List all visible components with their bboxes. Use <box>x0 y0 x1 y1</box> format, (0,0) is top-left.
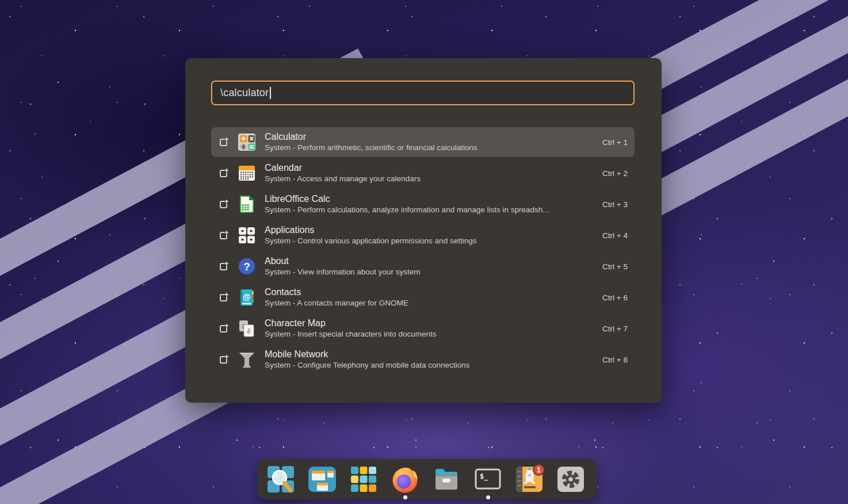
svg-text:ê: ê <box>247 327 251 335</box>
search-query-text: \calculator <box>220 87 269 99</box>
results-list: Calculator System - Perform arithmetic, … <box>211 127 635 376</box>
result-text: Mobile Network System - Configure Teleph… <box>265 349 595 371</box>
dock-app-finder-icon[interactable] <box>265 463 297 495</box>
result-subtitle: System - Perform calculations, analyze i… <box>265 205 595 215</box>
result-text: Applications System - Control various ap… <box>265 224 595 246</box>
result-row[interactable]: Calculator System - Perform arithmetic, … <box>211 127 635 157</box>
result-text: LibreOffice Calc System - Perform calcul… <box>265 193 595 215</box>
result-subtitle: System - A contacts manager for GNOME <box>265 298 595 308</box>
result-shortcut: Ctrl + 2 <box>602 169 628 178</box>
open-in-new-icon <box>219 231 228 240</box>
open-in-new-icon <box>219 262 228 272</box>
dock-window-overview-icon[interactable] <box>306 463 338 495</box>
result-text: Calculator System - Perform arithmetic, … <box>265 131 595 153</box>
dock-software-updater-icon[interactable]: 1 <box>513 463 545 495</box>
result-row[interactable]: Mobile Network System - Configure Teleph… <box>211 345 635 375</box>
result-title: Calendar <box>265 162 595 174</box>
open-in-new-icon <box>219 200 228 209</box>
dock-files-icon[interactable] <box>430 463 463 495</box>
result-shortcut: Ctrl + 8 <box>602 356 628 364</box>
dock-firefox-icon[interactable] <box>389 463 421 495</box>
result-text: Contacts System - A contacts manager for… <box>265 287 595 308</box>
result-row[interactable]: Calendar System - Access and manage your… <box>211 158 635 188</box>
dock-app-grid-icon[interactable] <box>347 463 380 495</box>
result-text: About System - View information about yo… <box>265 255 595 277</box>
contacts-icon: @ <box>237 288 257 307</box>
dock-terminal-icon[interactable]: $_ <box>472 463 504 495</box>
result-row[interactable]: LibreOffice Calc System - Perform calcul… <box>211 189 635 219</box>
result-text: Character Map System - Insert special ch… <box>265 318 595 339</box>
launcher-window: \calculator Calculator System - Perform … <box>185 58 662 403</box>
svg-text:@: @ <box>243 292 251 301</box>
result-shortcut: Ctrl + 3 <box>602 200 628 209</box>
mobile-network-icon <box>237 350 257 369</box>
running-indicator-dot <box>486 495 490 499</box>
calendar-icon <box>237 163 257 183</box>
open-in-new-icon <box>219 169 228 178</box>
result-shortcut: Ctrl + 7 <box>602 324 628 333</box>
applications-icon <box>237 226 257 245</box>
result-subtitle: System - Perform arithmetic, scientific … <box>265 143 595 153</box>
svg-text:?: ? <box>243 261 250 273</box>
result-title: About <box>265 255 595 267</box>
result-row[interactable]: ä ê Character Map System - Insert specia… <box>211 314 635 343</box>
result-subtitle: System - Configure Telephony and mobile … <box>265 360 595 371</box>
result-subtitle: System - Control various application per… <box>265 236 595 246</box>
open-in-new-icon <box>219 138 228 147</box>
notification-badge: 1 <box>537 466 541 474</box>
dock: $_ 1 <box>257 459 597 499</box>
character-map-icon: ä ê <box>237 319 257 338</box>
svg-text:$_: $_ <box>480 472 488 481</box>
running-indicator-dot <box>403 495 407 499</box>
open-in-new-icon <box>219 355 228 365</box>
result-subtitle: System - Insert special characters into … <box>265 329 595 339</box>
result-title: Mobile Network <box>265 349 595 360</box>
about-icon: ? <box>237 257 257 276</box>
text-caret <box>270 87 271 99</box>
search-input[interactable]: \calculator <box>211 81 635 105</box>
calculator-icon <box>237 132 257 152</box>
result-title: LibreOffice Calc <box>265 193 595 205</box>
result-title: Calculator <box>265 131 595 143</box>
libreoffice-calc-icon <box>237 194 257 214</box>
result-title: Applications <box>265 224 595 236</box>
result-text: Calendar System - Access and manage your… <box>265 162 595 184</box>
result-shortcut: Ctrl + 4 <box>602 231 628 240</box>
result-title: Contacts <box>265 287 595 298</box>
open-in-new-icon <box>219 324 228 334</box>
result-subtitle: System - Access and manage your calendar… <box>265 174 595 184</box>
result-shortcut: Ctrl + 1 <box>602 138 628 147</box>
open-in-new-icon <box>219 293 228 303</box>
result-subtitle: System - View information about your sys… <box>265 267 595 277</box>
dock-settings-icon[interactable] <box>555 463 587 495</box>
result-row[interactable]: ? About System - View information about … <box>211 251 635 281</box>
result-title: Character Map <box>265 318 595 329</box>
result-row[interactable]: @ Contacts System - A contacts manager f… <box>211 282 635 312</box>
result-row[interactable]: Applications System - Control various ap… <box>211 220 635 250</box>
result-shortcut: Ctrl + 6 <box>602 293 628 302</box>
result-shortcut: Ctrl + 5 <box>602 262 628 271</box>
